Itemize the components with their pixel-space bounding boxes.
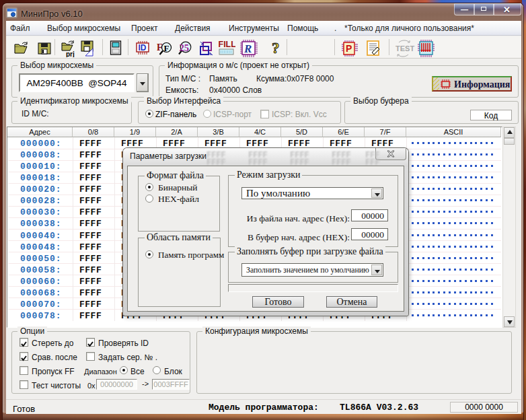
svg-text:F: F — [164, 43, 170, 53]
svg-text:FILL: FILL — [219, 40, 236, 49]
svg-text:P: P — [346, 43, 352, 54]
svg-text:prj: prj — [66, 50, 75, 57]
svg-text:TEST: TEST — [396, 44, 414, 53]
svg-text:?: ? — [272, 40, 280, 57]
svg-text:ID: ID — [139, 43, 147, 53]
svg-text:R: R — [243, 42, 252, 55]
